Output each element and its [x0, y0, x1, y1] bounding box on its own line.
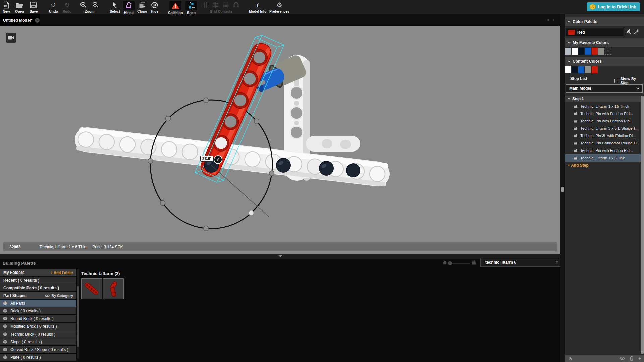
divider-grab-handle[interactable]	[561, 187, 564, 192]
gizmo-drag-handle[interactable]	[211, 165, 269, 217]
category-technic-brick[interactable]: Technic Brick ( 0 results )	[0, 330, 76, 338]
content-colors-header[interactable]: Content Colors	[565, 57, 644, 66]
brick-icon	[574, 134, 578, 137]
show-by-step-toggle[interactable]: Show By Step	[614, 77, 644, 85]
color-swatch[interactable]	[592, 48, 598, 55]
step-part-row[interactable]: Technic, Liftarm 1 x 15 Thick	[565, 103, 641, 110]
left-nav-scrollbar[interactable]	[77, 269, 79, 359]
category-modified-brick[interactable]: Modified Brick ( 0 results )	[0, 323, 76, 330]
model-info-button[interactable]: i Model Info	[249, 1, 267, 13]
snap-toggle-button[interactable]: Snap	[185, 1, 197, 15]
redo-button: ↻ Redo	[63, 1, 71, 13]
confirm-check-icon[interactable]: ✔	[214, 155, 222, 164]
category-round-brick[interactable]: Round Brick ( 0 results )	[0, 315, 76, 322]
brick-icon	[574, 119, 578, 123]
zoom-in-icon[interactable]	[92, 1, 99, 9]
building-palette-title: Building Palette	[3, 261, 36, 266]
brick-icon	[574, 156, 578, 160]
camera-view-button[interactable]	[6, 33, 16, 43]
nav-compatible-parts[interactable]: Compatible Parts ( 0 results )	[0, 284, 76, 291]
cube-icon	[3, 332, 7, 336]
clone-tool-button[interactable]: Clone	[137, 1, 147, 13]
model-dropdown[interactable]: Main Model	[566, 84, 643, 93]
step-part-row-selected[interactable]: Technic, Liftarm 1 x 6 Thin	[565, 154, 641, 162]
category-curved-brick-slope[interactable]: Curved Brick / Slope ( 0 results )	[0, 346, 76, 353]
step-part-row[interactable]: Technic, Pin 3L with Friction Ri...	[565, 132, 641, 139]
magnet-icon	[233, 2, 239, 8]
color-swatch[interactable]	[578, 48, 584, 55]
step-1-header[interactable]: Step 1	[565, 96, 641, 102]
grid-medium-icon	[213, 2, 219, 8]
visibility-eye-icon[interactable]	[620, 356, 625, 360]
color-swatch[interactable]	[592, 66, 598, 73]
color-swatch[interactable]	[578, 66, 584, 73]
tab-scroll-next-icon[interactable]: ▸	[553, 17, 555, 22]
category-plate[interactable]: Plate ( 0 results )	[0, 354, 76, 361]
chevron-down-icon	[568, 42, 571, 44]
status-part-id: 32063	[9, 245, 20, 249]
step-part-row[interactable]: Technic, Pin Connector Round 1L	[565, 139, 641, 147]
grid-controls-group: Grid Controls	[200, 1, 242, 13]
category-brick[interactable]: Brick ( 0 results )	[0, 307, 76, 314]
thumbnail-size-slider[interactable]	[443, 259, 476, 267]
color-swatch[interactable]	[572, 48, 578, 55]
my-folders-header: My Folders + Add Folder	[0, 269, 76, 276]
color-swatch[interactable]	[598, 48, 604, 55]
color-swatch[interactable]	[565, 66, 571, 73]
part-result-liftarm-straight[interactable]	[81, 278, 102, 299]
collision-warning-icon	[169, 1, 181, 10]
add-favorite-color-button[interactable]: +	[605, 48, 611, 55]
brick-small-icon	[443, 261, 446, 265]
results-group-title: Technic Liftarm (2)	[81, 271, 120, 276]
color-swatch[interactable]	[572, 66, 578, 73]
add-icon[interactable]: +	[638, 356, 641, 361]
category-slope[interactable]: Slope ( 0 results )	[0, 338, 76, 345]
undo-button[interactable]: ↺ Undo	[49, 1, 58, 13]
paint-roller-icon[interactable]	[626, 29, 632, 35]
tab-untitled-model[interactable]: Untitled Model* ×	[0, 14, 40, 26]
preferences-button[interactable]: ⚙ Preferences	[269, 1, 289, 13]
trash-icon[interactable]	[630, 356, 634, 361]
part-result-liftarm-bent[interactable]	[103, 278, 124, 299]
hide-tool-button[interactable]: Hide	[151, 1, 159, 13]
chevron-down-icon	[568, 60, 571, 62]
chevron-down-icon	[568, 21, 571, 23]
tab-close-icon[interactable]: ×	[35, 18, 40, 23]
category-all-parts[interactable]: All Parts	[0, 300, 76, 307]
collision-toggle-button[interactable]: Collision	[168, 1, 183, 15]
sidebar-scrollbar[interactable]	[641, 96, 644, 354]
step-list-title-row: Step List Show By Step	[565, 76, 644, 82]
color-swatch[interactable]	[585, 66, 591, 73]
show-by-step-checkbox[interactable]	[614, 79, 619, 83]
step-part-row[interactable]: Technic, Pin with Friction Rid...	[565, 110, 641, 117]
eyedropper-icon[interactable]	[633, 29, 639, 35]
snap-icon	[185, 1, 197, 10]
save-button[interactable]: Save	[30, 1, 38, 13]
gear-icon: ⚙	[277, 1, 282, 9]
color-palette-header[interactable]: Color Palette	[565, 17, 644, 26]
nav-recent[interactable]: Recent ( 0 results )	[0, 277, 76, 284]
open-button[interactable]: Open	[15, 1, 24, 13]
tab-scroll-prev-icon[interactable]: ◂	[547, 17, 549, 22]
color-swatch[interactable]	[585, 48, 591, 55]
add-folder-button[interactable]: + Add Folder	[51, 270, 73, 275]
add-step-button[interactable]: + Add Step	[568, 163, 589, 168]
favorite-colors-header[interactable]: My Favorite Colors	[565, 38, 644, 47]
viewport-3d[interactable]: 23.6˚ ✔ 32063 Technic, Liftarm 1 x 6 Thi…	[0, 26, 560, 254]
select-tool-button[interactable]: Select	[110, 1, 120, 13]
color-swatch[interactable]	[565, 48, 571, 55]
login-bricklink-button[interactable]: Log in to BrickLink	[587, 2, 640, 11]
step-part-row[interactable]: Technic, Liftarm 3 x 5 L-Shape T...	[565, 125, 641, 132]
chevron-down-icon	[568, 98, 571, 100]
new-button[interactable]: New	[3, 1, 10, 13]
sidebar-resize-divider[interactable]	[560, 14, 565, 362]
selected-color-box[interactable]: Red	[566, 28, 624, 36]
zoom-out-icon[interactable]	[80, 1, 87, 9]
palette-collapse-divider[interactable]	[0, 254, 560, 259]
by-category-toggle[interactable]: By Category	[45, 294, 73, 298]
collapse-all-icon[interactable]	[568, 356, 572, 360]
step-part-row[interactable]: Technic, Pin with Friction Rid...	[565, 117, 641, 125]
step-part-row[interactable]: Technic, Pin with Friction Rid...	[565, 147, 641, 154]
hinge-tool-button[interactable]: Hinge	[123, 1, 135, 15]
part-search-input[interactable]	[481, 260, 553, 265]
